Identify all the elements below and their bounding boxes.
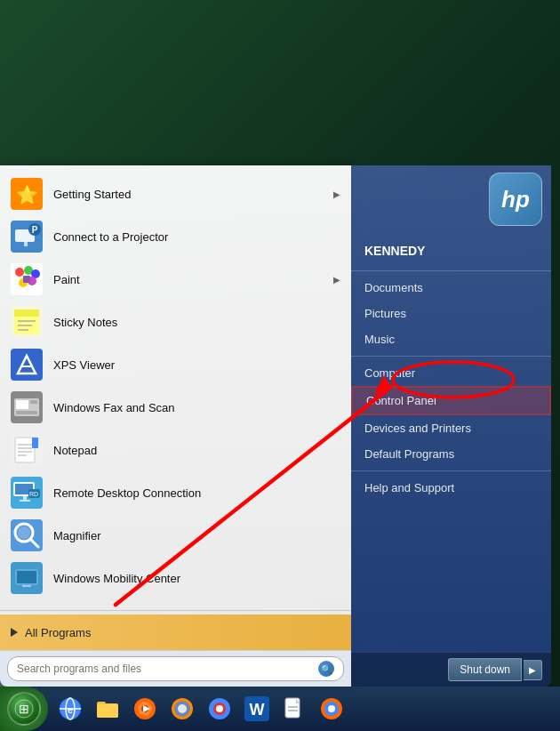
desktop: ⭐ Getting Started ▶ P bbox=[0, 0, 560, 731]
menu-item-xps-viewer[interactable]: XPS Viewer bbox=[0, 343, 351, 386]
svg-rect-58 bbox=[97, 704, 118, 718]
svg-rect-25 bbox=[16, 400, 28, 409]
taskbar-icon-media[interactable] bbox=[127, 691, 163, 727]
svg-text:⭐: ⭐ bbox=[16, 184, 38, 205]
svg-point-44 bbox=[18, 526, 30, 539]
svg-text:P: P bbox=[32, 225, 38, 235]
svg-point-77 bbox=[328, 705, 335, 712]
shutdown-arrow-button[interactable]: ▶ bbox=[524, 660, 542, 680]
svg-point-65 bbox=[178, 704, 187, 713]
windows-mobility-icon bbox=[11, 562, 43, 594]
right-divider-1 bbox=[351, 270, 551, 271]
svg-point-68 bbox=[216, 705, 223, 712]
right-menu-default-programs[interactable]: Default Programs bbox=[351, 441, 551, 467]
menu-item-windows-mobility[interactable]: Windows Mobility Center bbox=[0, 557, 351, 599]
svg-text:W: W bbox=[250, 701, 265, 719]
menu-item-getting-started[interactable]: ⭐ Getting Started ▶ bbox=[0, 173, 351, 215]
right-menu-music[interactable]: Music bbox=[351, 326, 551, 352]
remote-desktop-label: Remote Desktop Connection bbox=[53, 486, 340, 500]
svg-rect-27 bbox=[16, 411, 37, 414]
shutdown-bar: Shut down ▶ bbox=[351, 652, 551, 687]
right-menu-items: KENNEDY Documents Pictures Music Compute… bbox=[351, 233, 551, 652]
right-menu-help-support[interactable]: Help and Support bbox=[351, 475, 551, 501]
right-menu-documents[interactable]: Documents bbox=[351, 275, 551, 301]
taskbar-icon-ie[interactable]: e bbox=[52, 691, 88, 727]
svg-text:⊞: ⊞ bbox=[19, 702, 29, 716]
notepad-label: Notepad bbox=[53, 444, 340, 457]
remote-desktop-icon: RD bbox=[11, 477, 43, 509]
taskbar-icons: e bbox=[48, 691, 560, 727]
start-menu: ⭐ Getting Started ▶ P bbox=[0, 165, 551, 687]
menu-item-connect-projector[interactable]: P Connect to a Projector bbox=[0, 215, 351, 258]
windows-mobility-label: Windows Mobility Center bbox=[53, 572, 340, 585]
connect-projector-label: Connect to a Projector bbox=[53, 230, 340, 244]
magnifier-icon bbox=[11, 519, 43, 551]
hp-logo-area: hp bbox=[351, 165, 551, 233]
taskbar-icon-word[interactable]: W bbox=[239, 691, 275, 727]
menu-divider bbox=[0, 610, 351, 611]
taskbar-icon-app1[interactable] bbox=[164, 691, 200, 727]
getting-started-icon: ⭐ bbox=[11, 178, 43, 210]
windows-fax-icon bbox=[11, 391, 43, 423]
svg-rect-4 bbox=[24, 242, 28, 246]
start-menu-left-panel: ⭐ Getting Started ▶ P bbox=[0, 165, 351, 687]
start-button[interactable]: ⊞ bbox=[0, 687, 48, 731]
menu-item-magnifier[interactable]: Magnifier bbox=[0, 514, 351, 557]
taskbar-icon-folder[interactable] bbox=[90, 691, 125, 727]
windows-fax-label: Windows Fax and Scan bbox=[53, 401, 340, 414]
menu-item-remote-desktop[interactable]: RD Remote Desktop Connection bbox=[0, 471, 351, 514]
search-input[interactable] bbox=[17, 663, 311, 675]
svg-rect-48 bbox=[17, 571, 36, 583]
getting-started-arrow: ▶ bbox=[333, 189, 340, 199]
all-programs-arrow-icon bbox=[11, 628, 18, 637]
svg-point-8 bbox=[15, 268, 24, 277]
sticky-notes-label: Sticky Notes bbox=[53, 316, 340, 329]
taskbar-icon-browser2[interactable] bbox=[314, 691, 349, 727]
paint-icon bbox=[11, 263, 43, 295]
menu-item-sticky-notes[interactable]: Sticky Notes bbox=[0, 301, 351, 343]
svg-text:e: e bbox=[68, 704, 73, 715]
start-menu-right-panel: hp KENNEDY Documents Pictures Music Comp… bbox=[351, 165, 551, 687]
paint-arrow: ▶ bbox=[333, 275, 340, 285]
right-menu-control-panel[interactable]: Control Panel bbox=[351, 386, 551, 415]
taskbar: ⊞ e bbox=[0, 687, 560, 731]
right-divider-3 bbox=[351, 470, 551, 471]
xps-viewer-label: XPS Viewer bbox=[53, 358, 340, 372]
svg-rect-16 bbox=[14, 309, 39, 317]
menu-items-list: ⭐ Getting Started ▶ P bbox=[0, 165, 351, 606]
start-orb: ⊞ bbox=[7, 692, 41, 726]
menu-item-notepad[interactable]: Notepad bbox=[0, 429, 351, 471]
xps-viewer-icon bbox=[11, 349, 43, 381]
menu-item-paint[interactable]: Paint ▶ bbox=[0, 258, 351, 301]
svg-rect-38 bbox=[23, 496, 27, 500]
shutdown-button[interactable]: Shut down bbox=[448, 658, 522, 681]
all-programs-item[interactable]: All Programs bbox=[0, 615, 351, 650]
magnifier-label: Magnifier bbox=[53, 529, 340, 542]
menu-item-windows-fax[interactable]: Windows Fax and Scan bbox=[0, 386, 351, 429]
search-bar: 🔍 bbox=[0, 650, 351, 687]
right-menu-devices-printers[interactable]: Devices and Printers bbox=[351, 415, 551, 441]
svg-text:RD: RD bbox=[29, 491, 38, 497]
getting-started-label: Getting Started bbox=[53, 188, 323, 201]
all-programs-label: All Programs bbox=[25, 626, 91, 639]
username-item[interactable]: KENNEDY bbox=[351, 237, 551, 267]
sticky-notes-icon bbox=[11, 306, 43, 338]
svg-rect-39 bbox=[20, 500, 30, 502]
connect-projector-icon: P bbox=[11, 221, 43, 253]
svg-rect-29 bbox=[15, 438, 35, 462]
svg-rect-49 bbox=[22, 585, 31, 587]
svg-rect-13 bbox=[23, 276, 30, 283]
svg-rect-34 bbox=[32, 438, 38, 448]
taskbar-icon-chrome[interactable] bbox=[202, 691, 237, 727]
paint-label: Paint bbox=[53, 273, 323, 286]
right-divider-2 bbox=[351, 356, 551, 357]
right-menu-pictures[interactable]: Pictures bbox=[351, 301, 551, 326]
notepad-icon bbox=[11, 434, 43, 466]
right-menu-computer[interactable]: Computer bbox=[351, 360, 551, 386]
taskbar-icon-file[interactable] bbox=[276, 691, 312, 727]
search-icon: 🔍 bbox=[318, 661, 334, 677]
search-input-wrapper: 🔍 bbox=[7, 656, 344, 681]
svg-rect-26 bbox=[30, 400, 37, 404]
hp-logo: hp bbox=[489, 173, 542, 226]
